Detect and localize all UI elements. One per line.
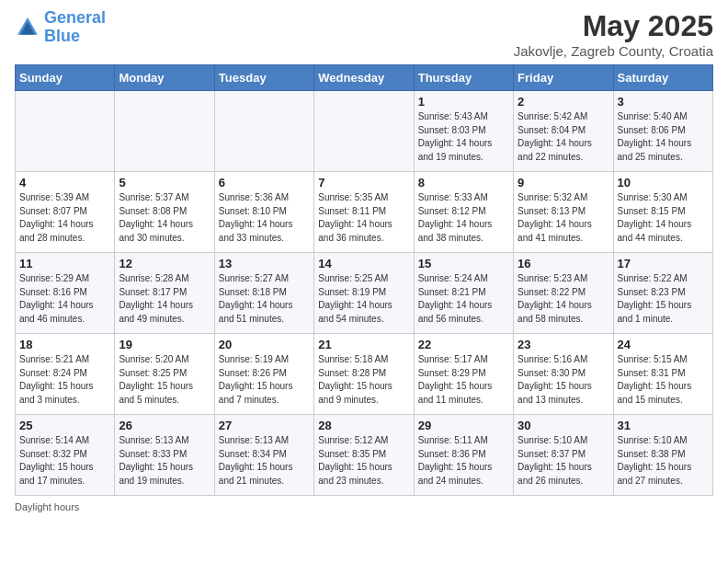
day-cell: 10Sunrise: 5:30 AMSunset: 8:15 PMDayligh…: [613, 172, 712, 253]
day-cell: 11Sunrise: 5:29 AMSunset: 8:16 PMDayligh…: [16, 253, 115, 334]
day-number: 17: [618, 257, 709, 270]
day-detail: Sunrise: 5:43 AMSunset: 8:03 PMDaylight:…: [418, 110, 509, 164]
day-detail: Sunrise: 5:10 AMSunset: 8:37 PMDaylight:…: [518, 434, 609, 488]
day-number: 20: [219, 338, 310, 351]
day-cell: 14Sunrise: 5:25 AMSunset: 8:19 PMDayligh…: [314, 253, 414, 334]
logo: General Blue: [15, 9, 106, 46]
logo-line2: Blue: [44, 27, 80, 45]
day-cell: 6Sunrise: 5:36 AMSunset: 8:10 PMDaylight…: [214, 172, 313, 253]
day-number: 11: [19, 257, 110, 270]
day-cell: 28Sunrise: 5:12 AMSunset: 8:35 PMDayligh…: [314, 415, 414, 496]
day-detail: Sunrise: 5:24 AMSunset: 8:21 PMDaylight:…: [418, 272, 509, 326]
day-detail: Sunrise: 5:39 AMSunset: 8:07 PMDaylight:…: [19, 191, 110, 245]
day-cell: 15Sunrise: 5:24 AMSunset: 8:21 PMDayligh…: [414, 253, 513, 334]
day-cell: 4Sunrise: 5:39 AMSunset: 8:07 PMDaylight…: [16, 172, 115, 253]
calendar-table: SundayMondayTuesdayWednesdayThursdayFrid…: [15, 64, 713, 496]
day-detail: Sunrise: 5:13 AMSunset: 8:33 PMDaylight:…: [119, 434, 210, 488]
col-header-tuesday: Tuesday: [214, 65, 313, 91]
week-row-5: 25Sunrise: 5:14 AMSunset: 8:32 PMDayligh…: [16, 415, 713, 496]
day-detail: Sunrise: 5:11 AMSunset: 8:36 PMDaylight:…: [418, 434, 509, 488]
logo-icon: [15, 15, 40, 40]
day-number: 28: [318, 419, 409, 432]
day-detail: Sunrise: 5:21 AMSunset: 8:24 PMDaylight:…: [19, 353, 110, 407]
day-detail: Sunrise: 5:22 AMSunset: 8:23 PMDaylight:…: [618, 272, 709, 326]
day-number: 30: [518, 419, 609, 432]
day-number: 4: [19, 176, 110, 190]
day-number: 9: [518, 176, 609, 190]
day-cell: 9Sunrise: 5:32 AMSunset: 8:13 PMDaylight…: [514, 172, 613, 253]
day-detail: Sunrise: 5:16 AMSunset: 8:30 PMDaylight:…: [518, 353, 609, 407]
day-cell: 7Sunrise: 5:35 AMSunset: 8:11 PMDaylight…: [314, 172, 414, 253]
day-detail: Sunrise: 5:30 AMSunset: 8:15 PMDaylight:…: [618, 191, 709, 245]
day-cell: [314, 91, 414, 172]
week-row-3: 11Sunrise: 5:29 AMSunset: 8:16 PMDayligh…: [16, 253, 713, 334]
day-number: 29: [418, 419, 509, 432]
day-number: 21: [318, 338, 409, 351]
day-number: 19: [119, 338, 210, 351]
day-detail: Sunrise: 5:10 AMSunset: 8:38 PMDaylight:…: [618, 434, 709, 488]
day-detail: Sunrise: 5:33 AMSunset: 8:12 PMDaylight:…: [418, 191, 509, 245]
day-number: 16: [518, 257, 609, 270]
day-cell: 31Sunrise: 5:10 AMSunset: 8:38 PMDayligh…: [613, 415, 712, 496]
main-title: May 2025: [514, 9, 713, 43]
col-header-monday: Monday: [115, 65, 214, 91]
day-detail: Sunrise: 5:19 AMSunset: 8:26 PMDaylight:…: [219, 353, 310, 407]
week-row-4: 18Sunrise: 5:21 AMSunset: 8:24 PMDayligh…: [16, 334, 713, 415]
day-number: 2: [518, 95, 609, 109]
col-header-wednesday: Wednesday: [314, 65, 414, 91]
day-cell: 21Sunrise: 5:18 AMSunset: 8:28 PMDayligh…: [314, 334, 414, 415]
day-cell: 8Sunrise: 5:33 AMSunset: 8:12 PMDaylight…: [414, 172, 513, 253]
day-number: 27: [219, 419, 310, 432]
day-detail: Sunrise: 5:32 AMSunset: 8:13 PMDaylight:…: [518, 191, 609, 245]
day-cell: 29Sunrise: 5:11 AMSunset: 8:36 PMDayligh…: [414, 415, 513, 496]
day-number: 24: [618, 338, 709, 351]
day-number: 7: [318, 176, 409, 190]
logo-line1: General: [44, 8, 106, 27]
day-cell: 24Sunrise: 5:15 AMSunset: 8:31 PMDayligh…: [613, 334, 712, 415]
day-number: 15: [418, 257, 509, 270]
title-block: May 2025 Jakovlje, Zagreb County, Croati…: [514, 9, 713, 59]
day-cell: 12Sunrise: 5:28 AMSunset: 8:17 PMDayligh…: [115, 253, 214, 334]
col-header-sunday: Sunday: [16, 65, 115, 91]
day-cell: 22Sunrise: 5:17 AMSunset: 8:29 PMDayligh…: [414, 334, 513, 415]
logo-text: General Blue: [44, 9, 106, 46]
week-row-2: 4Sunrise: 5:39 AMSunset: 8:07 PMDaylight…: [16, 172, 713, 253]
day-number: 3: [618, 95, 709, 109]
day-detail: Sunrise: 5:29 AMSunset: 8:16 PMDaylight:…: [19, 272, 110, 326]
day-detail: Sunrise: 5:23 AMSunset: 8:22 PMDaylight:…: [518, 272, 609, 326]
day-number: 8: [418, 176, 509, 190]
day-cell: 27Sunrise: 5:13 AMSunset: 8:34 PMDayligh…: [214, 415, 313, 496]
day-detail: Sunrise: 5:14 AMSunset: 8:32 PMDaylight:…: [19, 434, 110, 488]
day-number: 1: [418, 95, 509, 109]
day-cell: [214, 91, 313, 172]
day-cell: [16, 91, 115, 172]
page: General Blue May 2025 Jakovlje, Zagreb C…: [0, 0, 728, 563]
day-cell: [115, 91, 214, 172]
day-cell: 18Sunrise: 5:21 AMSunset: 8:24 PMDayligh…: [16, 334, 115, 415]
day-number: 5: [119, 176, 210, 190]
day-number: 10: [618, 176, 709, 190]
day-number: 12: [119, 257, 210, 270]
day-detail: Sunrise: 5:20 AMSunset: 8:25 PMDaylight:…: [119, 353, 210, 407]
day-cell: 25Sunrise: 5:14 AMSunset: 8:32 PMDayligh…: [16, 415, 115, 496]
day-detail: Sunrise: 5:15 AMSunset: 8:31 PMDaylight:…: [618, 353, 709, 407]
day-detail: Sunrise: 5:37 AMSunset: 8:08 PMDaylight:…: [119, 191, 210, 245]
day-cell: 3Sunrise: 5:40 AMSunset: 8:06 PMDaylight…: [613, 91, 712, 172]
day-cell: 26Sunrise: 5:13 AMSunset: 8:33 PMDayligh…: [115, 415, 214, 496]
footer-note-text: Daylight hours: [15, 501, 79, 512]
footer-note: Daylight hours: [15, 501, 713, 512]
day-detail: Sunrise: 5:18 AMSunset: 8:28 PMDaylight:…: [318, 353, 409, 407]
day-cell: 1Sunrise: 5:43 AMSunset: 8:03 PMDaylight…: [414, 91, 513, 172]
day-number: 25: [19, 419, 110, 432]
day-number: 22: [418, 338, 509, 351]
day-cell: 13Sunrise: 5:27 AMSunset: 8:18 PMDayligh…: [214, 253, 313, 334]
day-number: 6: [219, 176, 310, 190]
day-detail: Sunrise: 5:36 AMSunset: 8:10 PMDaylight:…: [219, 191, 310, 245]
day-number: 31: [618, 419, 709, 432]
day-number: 13: [219, 257, 310, 270]
week-row-1: 1Sunrise: 5:43 AMSunset: 8:03 PMDaylight…: [16, 91, 713, 172]
day-cell: 19Sunrise: 5:20 AMSunset: 8:25 PMDayligh…: [115, 334, 214, 415]
col-header-thursday: Thursday: [414, 65, 513, 91]
day-cell: 16Sunrise: 5:23 AMSunset: 8:22 PMDayligh…: [514, 253, 613, 334]
calendar-header-row: SundayMondayTuesdayWednesdayThursdayFrid…: [16, 65, 713, 91]
